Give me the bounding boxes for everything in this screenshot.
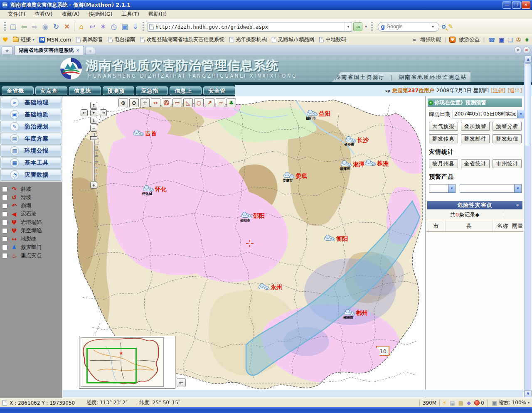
address-input[interactable] [154, 24, 345, 30]
status-icon[interactable]: ▩ [458, 400, 463, 406]
link-land-resources[interactable]: 湖南省国土资源厅 [335, 74, 385, 81]
overview-inset[interactable]: ★ ← [79, 336, 175, 388]
nav-tab[interactable]: 预测预警 [103, 86, 135, 95]
city-marker[interactable]: 郴州 郴州市 [344, 311, 368, 317]
world-icon[interactable]: ♦ [524, 37, 530, 43]
links-folder[interactable]: 链接▾ [13, 36, 34, 43]
resize-icon[interactable]: ▣ [492, 400, 497, 406]
city-marker[interactable]: 益阳 益阳市 [307, 111, 330, 118]
action-button[interactable]: 天气预报 [429, 122, 458, 131]
tab-active[interactable]: 湖南省地质灾害信息系统 ✕ [14, 46, 84, 55]
minimize-button[interactable]: — [502, 1, 511, 9]
pan-left-button[interactable]: ← [81, 109, 88, 116]
window-panel-icon[interactable]: ▣ [499, 37, 504, 43]
map-tool-button[interactable]: ♣ [227, 98, 236, 107]
layer-checkbox[interactable] [2, 253, 7, 258]
more-links-chevron[interactable]: » [413, 37, 416, 43]
link-item[interactable]: 中地数码 [319, 36, 346, 43]
toolbar-button[interactable]: ⇦ [18, 21, 29, 32]
nav-tab[interactable]: 灾点查询 [35, 86, 67, 95]
toolbar-button[interactable]: ↩ [87, 21, 98, 32]
city-marker[interactable]: 邵阳 邵阳市 [241, 214, 265, 220]
charity-shield-icon[interactable]: ♥ [449, 37, 456, 43]
city-marker[interactable]: 衡阳 [324, 236, 348, 243]
action-button[interactable]: 群发短信 [493, 134, 522, 143]
inset-collapse-button[interactable]: ← [177, 378, 186, 387]
city-marker[interactable]: 长沙 长沙市 [345, 138, 369, 144]
toolbar-button[interactable]: ✶ [98, 21, 108, 32]
zoom-level[interactable]: 缩放: 100% [499, 399, 526, 406]
menu-item[interactable]: 文件(F) [3, 10, 30, 19]
sidebar-section-button[interactable]: ▦ 基本工具 [0, 157, 62, 169]
menu-item[interactable]: 收藏(A) [57, 10, 84, 19]
pan-right-button[interactable]: → [100, 109, 107, 116]
sidebar-section-button[interactable]: ✎ 防治规划 [0, 121, 62, 133]
pan-down-button[interactable]: ↓ [90, 117, 97, 124]
nav-tab[interactable]: 全省概况 [2, 86, 34, 95]
map-tool-button[interactable]: ▱ [216, 98, 225, 107]
product-select-small[interactable]: ▾ [429, 184, 456, 193]
logout-link[interactable]: [注销] [491, 87, 505, 94]
sidebar-section-button[interactable]: » 基础地理 [0, 97, 62, 108]
map-tool-button[interactable]: ◺ [183, 98, 193, 107]
stats-button[interactable]: 市州统计 [493, 159, 522, 168]
notes-icon[interactable]: ❏ [507, 37, 513, 43]
zoom-in-button[interactable]: + [90, 182, 97, 189]
city-marker[interactable]: 永州 [259, 285, 282, 291]
layer-checkbox[interactable] [2, 220, 7, 225]
page-scrollbar[interactable]: ▲ ▼ [524, 56, 531, 397]
link-msn[interactable]: MMSN.com [39, 37, 71, 43]
tab-star-button[interactable]: ★ [2, 47, 12, 55]
sidebar-section-button[interactable]: ◔ 灾害数据 [0, 169, 62, 181]
charity-link[interactable]: 傲游公益 [459, 36, 480, 43]
map-tool-button[interactable]: ▭ [172, 98, 182, 107]
sidebar-section-button[interactable]: ▤ 年度方案 [0, 133, 62, 145]
toolbar-button[interactable]: ⇓ [130, 21, 141, 32]
toolbar-button[interactable]: ◷ [108, 21, 119, 32]
new-tab-button[interactable]: ＋ [85, 47, 95, 55]
nav-tab[interactable]: 信息统计 [69, 86, 101, 95]
search-box[interactable]: g ▾ [378, 22, 439, 32]
status-icon[interactable]: ▤ [450, 400, 455, 406]
city-marker[interactable]: 娄底 娄底市 [283, 174, 307, 180]
layer-checkbox[interactable] [2, 236, 7, 242]
messenger-icon[interactable]: ☎ [488, 37, 495, 43]
city-marker[interactable]: 怀化 怀化城 [143, 187, 167, 193]
search-input[interactable] [387, 24, 429, 30]
toolbar-button[interactable]: ⌂ [76, 21, 87, 32]
favorites-heart-icon[interactable]: ♥ [2, 36, 8, 44]
danger-points-header[interactable]: 危险性灾害点 » [427, 201, 522, 209]
map-area[interactable]: ⊕⊖✛⇿Ⓢ▭◺○↗▱♣ ↑ ← ✦ → ↓ − + 吉首 [63, 96, 426, 398]
scroll-up-button[interactable]: ▲ [525, 56, 532, 63]
tab-list-button[interactable]: ▾ [514, 47, 522, 54]
nav-tab[interactable]: 信息上报 [170, 86, 202, 95]
toolbar-button[interactable]: ◉ [40, 21, 51, 32]
toolbar-button[interactable]: ✕ [62, 21, 72, 32]
tools-icon[interactable]: ✇ [516, 37, 521, 43]
city-marker[interactable]: 湘潭 湘潭市 [341, 162, 365, 168]
link-geo-monitor[interactable]: 湖南省地质环境监测总站 [399, 74, 467, 81]
map-tool-button[interactable]: ⇿ [151, 98, 160, 107]
search-icon[interactable] [442, 25, 446, 29]
zoom-out-button[interactable]: − [90, 125, 97, 132]
link-item[interactable]: 觅路城市精品网 [272, 36, 315, 43]
layer-checkbox[interactable] [2, 245, 7, 250]
status-icon[interactable]: ◆ [467, 400, 471, 406]
toolbar-button[interactable]: ↻ [51, 21, 62, 32]
pan-up-button[interactable]: ↑ [90, 102, 97, 109]
link-item[interactable]: 电台指南 [108, 36, 135, 43]
pan-center-button[interactable]: ✦ [90, 109, 97, 116]
tab-close-icon[interactable]: ✕ [76, 48, 79, 53]
layer-checkbox[interactable] [2, 211, 7, 217]
link-item[interactable]: 光年摄影机构 [229, 36, 267, 43]
link-item[interactable]: 欢迎登陆湖南省地质灾害信息系统 [140, 36, 224, 43]
action-button[interactable]: 叠加预警 [461, 122, 490, 131]
sidebar-section-button[interactable]: ▣ 基础地质 [0, 109, 62, 120]
address-bar[interactable]: ▾ [148, 22, 352, 32]
chevron-down-icon[interactable]: ▾ [517, 110, 524, 118]
collapse-icon[interactable]: » [515, 204, 520, 206]
scrollbar-thumb[interactable] [525, 63, 531, 146]
address-dropdown-icon[interactable]: ▾ [345, 22, 352, 31]
go-dropdown-icon[interactable]: ▾ [362, 22, 369, 31]
menu-item[interactable]: 查看(V) [30, 10, 57, 19]
